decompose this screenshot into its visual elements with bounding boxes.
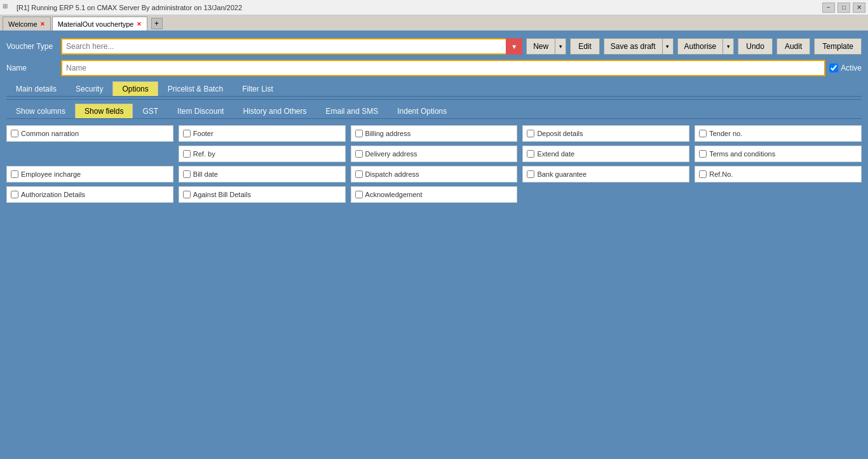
field-bill-date-checkbox[interactable]	[183, 170, 191, 178]
voucher-type-search-wrapper: ▼	[61, 38, 522, 55]
field-terms-conditions-checkbox[interactable]	[699, 150, 707, 158]
field-billing-address-checkbox[interactable]	[355, 130, 363, 137]
tab-security[interactable]: Security	[66, 81, 112, 96]
field-acknowledgement-label: Acknowledgement	[365, 191, 423, 198]
tab-welcome[interactable]: Welcome ✕	[3, 17, 51, 31]
subtab-show-fields[interactable]: Show fields	[75, 104, 133, 118]
field-deposit-details-checkbox[interactable]	[527, 130, 534, 137]
authorise-button[interactable]: Authorise	[677, 38, 723, 55]
audit-button[interactable]: Audit	[776, 38, 810, 55]
field-empty-2	[522, 186, 689, 203]
name-label: Name	[6, 64, 57, 72]
minimize-button[interactable]: −	[822, 3, 835, 13]
active-checkbox[interactable]	[829, 64, 838, 72]
main-content: Voucher Type ▼ New ▾ Edit Save as draft …	[0, 32, 868, 209]
field-employee-incharge-checkbox[interactable]	[11, 170, 18, 178]
window-controls: − □ ✕	[822, 3, 865, 13]
template-button[interactable]: Template	[814, 38, 862, 55]
tab-materialout-label: MaterialOut vouchertype	[58, 20, 134, 28]
subtab-email-sms[interactable]: Email and SMS	[316, 104, 388, 118]
tab-filter-list[interactable]: Filter List	[233, 81, 283, 96]
field-against-bill-details-checkbox[interactable]	[183, 191, 191, 198]
name-input[interactable]	[61, 60, 825, 76]
field-dispatch-address: Dispatch address	[351, 166, 518, 182]
tab-welcome-label: Welcome	[8, 20, 37, 28]
dropdown-arrow-icon: ▼	[511, 43, 517, 50]
field-footer-checkbox[interactable]	[183, 130, 191, 137]
field-deposit-details-label: Deposit details	[537, 130, 583, 137]
save-draft-button-group: Save as draft ▾	[604, 38, 674, 55]
save-draft-button[interactable]: Save as draft	[604, 38, 662, 55]
field-empty-3	[695, 186, 862, 203]
field-employee-incharge-label: Employee incharge	[21, 170, 81, 178]
toolbar-row: Voucher Type ▼ New ▾ Edit Save as draft …	[6, 38, 862, 55]
field-bank-guarantee: Bank guarantee	[522, 166, 689, 182]
tab-materialout[interactable]: MaterialOut vouchertype ✕	[52, 17, 147, 31]
field-ref-no-label: Ref.No.	[709, 170, 733, 178]
field-extend-date: Extend date	[522, 146, 689, 162]
new-dropdown-button[interactable]: ▾	[555, 38, 566, 55]
name-row: Name Active	[6, 60, 862, 76]
fields-grid: Common narration Footer Billing address …	[6, 125, 862, 203]
active-checkbox-label: Active	[829, 64, 862, 72]
tab-add-button[interactable]: +	[151, 18, 163, 29]
field-ref-by: Ref. by	[179, 146, 346, 162]
tab-options[interactable]: Options	[112, 81, 158, 96]
title-bar: ⊞ [R1] Running ERP 5.1 on CMAX Server By…	[0, 0, 868, 15]
field-common-narration-checkbox[interactable]	[11, 130, 18, 137]
field-acknowledgement-checkbox[interactable]	[355, 191, 363, 198]
field-common-narration-label: Common narration	[21, 130, 79, 137]
undo-button[interactable]: Undo	[738, 38, 773, 55]
field-tender-no-label: Tender no.	[709, 130, 742, 137]
field-extend-date-checkbox[interactable]	[527, 150, 534, 158]
authorise-button-group: Authorise ▾	[677, 38, 735, 55]
field-tender-no: Tender no.	[695, 125, 862, 142]
separator	[6, 99, 862, 100]
field-common-narration: Common narration	[6, 125, 173, 142]
subtab-show-columns[interactable]: Show columns	[6, 104, 75, 118]
field-bank-guarantee-checkbox[interactable]	[527, 170, 534, 178]
field-bill-date-label: Bill date	[193, 170, 218, 178]
app-icon: ⊞	[3, 3, 13, 13]
voucher-type-search-input[interactable]	[61, 38, 522, 55]
tab-bar: Welcome ✕ MaterialOut vouchertype ✕ +	[0, 15, 868, 32]
subtab-gst[interactable]: GST	[133, 104, 168, 118]
save-draft-dropdown-button[interactable]: ▾	[662, 38, 674, 55]
field-terms-conditions: Terms and conditions	[695, 146, 862, 162]
edit-button[interactable]: Edit	[570, 38, 600, 55]
field-against-bill-details-label: Against Bill Details	[193, 191, 251, 198]
new-button[interactable]: New	[526, 38, 555, 55]
field-deposit-details: Deposit details	[522, 125, 689, 142]
tab-materialout-close[interactable]: ✕	[137, 21, 142, 27]
tab-main-details[interactable]: Main details	[6, 81, 66, 96]
field-delivery-address: Delivery address	[351, 146, 518, 162]
field-authorization-details: Authorization Details	[6, 186, 173, 203]
voucher-type-dropdown-button[interactable]: ▼	[506, 38, 522, 55]
field-authorization-details-checkbox[interactable]	[11, 191, 18, 198]
close-button[interactable]: ✕	[853, 3, 865, 13]
field-ref-no-checkbox[interactable]	[699, 170, 707, 178]
subtab-item-discount[interactable]: Item Discount	[168, 104, 233, 118]
field-bank-guarantee-label: Bank guarantee	[537, 170, 587, 178]
authorise-dropdown-button[interactable]: ▾	[722, 38, 734, 55]
field-ref-by-checkbox[interactable]	[183, 150, 191, 158]
tab-pricelist-batch[interactable]: Pricelist & Batch	[158, 81, 233, 96]
field-dispatch-address-checkbox[interactable]	[355, 170, 363, 178]
field-billing-address: Billing address	[351, 125, 518, 142]
field-tender-no-checkbox[interactable]	[699, 130, 707, 137]
maximize-button[interactable]: □	[837, 3, 850, 13]
subtab-history-others[interactable]: History and Others	[233, 104, 316, 118]
field-footer-label: Footer	[193, 130, 214, 137]
field-extend-date-label: Extend date	[537, 150, 574, 158]
field-acknowledgement: Acknowledgement	[351, 186, 518, 203]
field-against-bill-details: Against Bill Details	[179, 186, 346, 203]
field-dispatch-address-label: Dispatch address	[365, 170, 419, 178]
field-authorization-details-label: Authorization Details	[21, 191, 85, 198]
field-delivery-address-checkbox[interactable]	[355, 150, 363, 158]
new-button-group: New ▾	[526, 38, 566, 55]
field-footer: Footer	[179, 125, 346, 142]
main-tabs: Main details Security Options Pricelist …	[6, 81, 862, 97]
tab-welcome-close[interactable]: ✕	[40, 21, 45, 27]
subtab-indent-options[interactable]: Indent Options	[388, 104, 456, 118]
field-billing-address-label: Billing address	[365, 130, 411, 137]
